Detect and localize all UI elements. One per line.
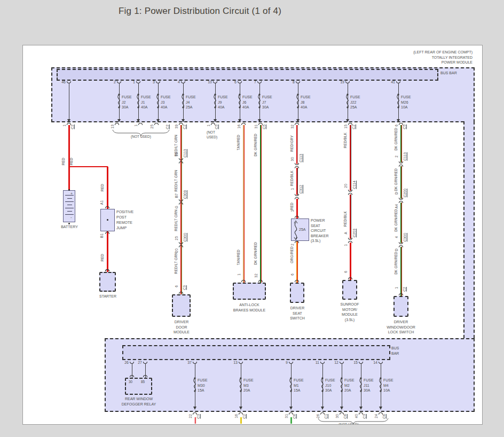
not-used-label: (NOT USED) <box>327 422 370 425</box>
fuse-icon <box>343 93 349 109</box>
terminal-icon <box>138 123 143 125</box>
wire-DK GRN/RED <box>400 166 402 199</box>
not-used-label: (NOT USED) <box>120 134 162 139</box>
arrowhead-icon <box>397 119 400 122</box>
terminal-icon <box>348 238 352 240</box>
fuse-label: FUSE <box>161 95 171 100</box>
terminal-icon <box>399 245 403 247</box>
exit-pin: 16 <box>237 124 241 129</box>
terminal-icon <box>295 163 299 165</box>
terminal-icon <box>179 202 183 205</box>
wire-color-label: DK GRN/RED <box>254 134 257 157</box>
wire-RED <box>107 231 108 272</box>
wire-color-label: RED/LT GRN <box>174 209 178 231</box>
bus-bar-bottom-label: BUS <box>391 346 399 351</box>
breaker-amps: 25A <box>299 227 305 232</box>
fuse-label: 40A <box>242 105 249 110</box>
fuse-label: 20A <box>344 388 351 393</box>
arrowhead-icon <box>239 407 242 410</box>
terminal-icon <box>295 216 299 218</box>
terminal-icon <box>348 241 352 243</box>
connector-label: C2 <box>403 287 406 292</box>
positive-post-label: REMOTE <box>116 220 132 225</box>
not-used-note: USED) <box>207 135 217 140</box>
fuse-icon <box>318 377 324 393</box>
bus-bar-bottom <box>122 345 390 360</box>
terminal-icon <box>399 198 403 200</box>
exit-pin: 15 <box>344 124 348 129</box>
connector-name: C113 <box>299 154 303 162</box>
fuse-label: 40A <box>301 105 307 110</box>
exit-pin: 39 <box>175 124 178 129</box>
breaker-pin: 1 <box>290 210 294 212</box>
fuse-icon <box>191 377 196 393</box>
wire-color-label: DK GRN/RED <box>394 128 398 151</box>
wire-TAN/RED <box>243 125 245 283</box>
wire-color-label: A1 <box>100 200 104 205</box>
module-note: TOTALLY INTEGRATED <box>355 55 472 60</box>
wire-RED <box>350 243 351 280</box>
fuse-label: M3 <box>243 383 249 388</box>
fuse-label: 10A <box>401 105 407 110</box>
wire-color-label: TAN/RED <box>237 135 240 150</box>
fuse-label: M30 <box>198 383 205 388</box>
breaker-label: (3.5L) <box>311 238 320 244</box>
connector-pin: 30 <box>290 157 294 161</box>
fuse-label: FUSE <box>364 378 374 383</box>
breaker-label: POWER <box>311 218 325 223</box>
fuse-label: 30A <box>364 388 370 393</box>
terminal-icon <box>295 241 299 243</box>
component-pin: 6 <box>175 285 178 287</box>
fuse-label: 15A <box>294 388 300 393</box>
battery-plate <box>67 211 72 212</box>
terminal-icon <box>241 280 246 282</box>
fuse-icon <box>287 377 292 393</box>
wire-DK GRN/RED <box>400 202 402 243</box>
terminal-icon <box>295 194 299 196</box>
fuse-icon <box>376 377 382 393</box>
connector-name: C312 <box>299 185 303 193</box>
terminal-icon <box>179 158 183 160</box>
sunroof-motor-module <box>342 280 357 300</box>
wire-color-label: B1 <box>100 233 104 238</box>
arrowhead-icon <box>321 407 324 410</box>
connector-pin: G <box>175 206 178 208</box>
anti-lock-brakes-module-label: BRAKES MODULE <box>223 308 276 313</box>
sunroof-motor-module-label: MOTOR/ <box>323 307 376 313</box>
driver-door-module-label: DRIVER <box>155 319 208 325</box>
arrowhead-icon <box>238 119 241 122</box>
connector-label: C2 <box>166 124 169 129</box>
wire-color-label: RED/BLK <box>343 211 347 227</box>
connector-pin: B7 <box>175 193 178 198</box>
wire-color-label: RED/LT GRN <box>174 252 178 274</box>
wire-color-label: RED <box>61 158 65 165</box>
fuse-label: J2 <box>122 100 125 105</box>
arrowhead-icon <box>67 119 70 122</box>
fuse-icon <box>115 93 120 109</box>
arrowhead-icon <box>340 407 343 410</box>
fuse-label: FUSE <box>325 378 335 383</box>
anti-lock-brakes-module-label: ANTI-LOCK <box>223 302 276 308</box>
arrowhead-icon <box>379 407 382 410</box>
fuse-label: FUSE <box>344 378 355 383</box>
component-pin: 6 <box>290 274 294 276</box>
fuse-label: 40A <box>141 105 147 110</box>
module-note: (LEFT REAR OF ENGINE COMPT) <box>355 50 472 55</box>
fuse-label: J11 <box>364 383 369 388</box>
fuse-label: 25A <box>350 105 357 110</box>
driver-seat-switch <box>290 283 304 303</box>
terminal-icon <box>348 193 352 195</box>
relay-pin: 85 <box>141 379 145 385</box>
connector-label: C5 <box>215 124 218 129</box>
positive-post-label: POST <box>116 215 127 220</box>
fuse-label: M26 <box>401 100 408 105</box>
terminal-icon <box>105 232 109 234</box>
fuse-label: 15A <box>198 388 204 393</box>
arrowhead-icon <box>289 407 293 410</box>
wire-color-label: RED <box>100 254 104 261</box>
connector-name: C309 <box>183 190 187 199</box>
connector-pin: D <box>395 248 398 251</box>
fuse-icon <box>154 93 159 109</box>
wire-RED/LT GRN <box>180 125 182 294</box>
connector-label: C2 <box>242 414 246 419</box>
